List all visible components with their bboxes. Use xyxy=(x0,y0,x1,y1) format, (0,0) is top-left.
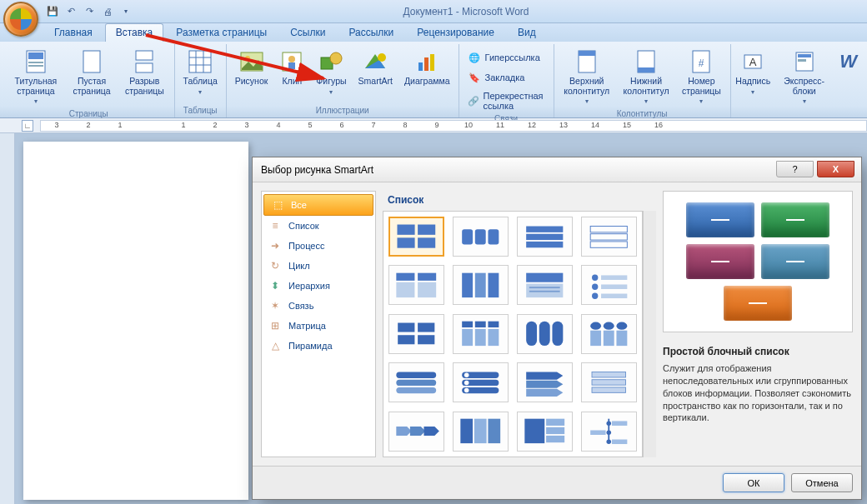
svg-rect-26 xyxy=(638,67,654,72)
smartart-dialog: Выбор рисунка SmartArt ? X ⬚Все ≡Список … xyxy=(252,157,862,500)
dialog-titlebar[interactable]: Выбор рисунка SmartArt ? X xyxy=(253,157,861,182)
ribbon-group-links: 🌐Гиперссылка 🔖Закладка 🔗Перекрестная ссы… xyxy=(459,44,554,117)
tab-view[interactable]: Вид xyxy=(507,23,547,42)
layout-thumb[interactable] xyxy=(453,265,509,305)
document-page[interactable] xyxy=(23,142,248,500)
svg-rect-75 xyxy=(526,322,537,346)
pagenum-button[interactable]: # Номер страницы ▾ xyxy=(678,46,724,107)
layout-thumb[interactable] xyxy=(517,412,573,452)
layout-thumb[interactable] xyxy=(388,217,444,257)
clip-icon xyxy=(281,48,303,75)
svg-point-108 xyxy=(607,440,612,445)
preview-block xyxy=(724,286,792,321)
svg-rect-4 xyxy=(83,51,100,72)
svg-rect-107 xyxy=(590,431,605,436)
svg-rect-35 xyxy=(398,225,415,235)
layout-thumb[interactable] xyxy=(581,362,637,402)
layout-thumb[interactable] xyxy=(517,265,573,305)
clip-button[interactable]: Клип xyxy=(276,46,308,104)
category-pyramid[interactable]: △Пирамида xyxy=(262,336,375,356)
tab-mailings[interactable]: Рассылки xyxy=(338,23,404,42)
wordart-icon: W xyxy=(839,48,857,75)
svg-point-90 xyxy=(464,380,469,385)
svg-rect-22 xyxy=(430,54,434,71)
ribbon-group-illustrations: Рисунок Клип Фигуры ▾ SmartArt Диаграмма… xyxy=(227,44,459,117)
svg-rect-42 xyxy=(526,226,563,232)
svg-rect-67 xyxy=(398,336,414,345)
tab-home[interactable]: Главная xyxy=(43,23,103,42)
layout-thumb[interactable] xyxy=(388,362,444,402)
tab-review[interactable]: Рецензирование xyxy=(406,23,505,42)
cancel-button[interactable]: Отмена xyxy=(791,473,853,492)
quickparts-icon xyxy=(794,48,814,75)
svg-rect-77 xyxy=(553,322,564,346)
category-list[interactable]: ≡Список xyxy=(262,216,375,236)
svg-point-88 xyxy=(464,372,469,377)
textbox-button[interactable]: A Надпись ▾ xyxy=(736,46,770,113)
crossref-button[interactable]: 🔗Перекрестная ссылка xyxy=(464,89,549,112)
window-title: Документ1 - Microsoft Word xyxy=(65,6,867,17)
all-icon: ⬚ xyxy=(271,198,284,212)
layout-thumb[interactable] xyxy=(581,314,637,354)
ribbon-group-headerfooter: Верхний колонтитул ▾ Нижний колонтитул ▾… xyxy=(554,44,731,117)
tab-selector[interactable]: ∟ xyxy=(22,120,33,132)
layout-thumb[interactable] xyxy=(581,412,637,452)
header-button[interactable]: Верхний колонтитул ▾ xyxy=(559,46,614,107)
wordart-button[interactable]: W xyxy=(838,46,859,113)
window-titlebar: 💾 ↶ ↷ 🖨 ▾ Документ1 - Microsoft Word xyxy=(0,0,867,23)
blank-page-button[interactable]: Пустая страница xyxy=(68,46,115,107)
gallery-scrollbar[interactable] xyxy=(643,211,656,457)
layout-thumb[interactable] xyxy=(517,217,573,257)
svg-rect-37 xyxy=(398,238,415,248)
svg-rect-55 xyxy=(526,273,563,282)
category-relationship[interactable]: ✶Связь xyxy=(262,296,375,316)
table-icon xyxy=(188,48,212,75)
category-process[interactable]: ➜Процесс xyxy=(262,236,375,256)
save-icon[interactable]: 💾 xyxy=(47,6,58,17)
shapes-button[interactable]: Фигуры ▾ xyxy=(313,46,349,104)
smartart-button[interactable]: SmartArt xyxy=(355,46,396,104)
dialog-help-button[interactable]: ? xyxy=(776,161,814,177)
category-matrix[interactable]: ⊞Матрица xyxy=(262,316,375,336)
quickparts-button[interactable]: Экспресс-блоки ▾ xyxy=(775,46,833,113)
tab-insert[interactable]: Вставка xyxy=(105,23,164,42)
footer-button[interactable]: Нижний колонтитул ▾ xyxy=(619,46,673,107)
layout-thumb[interactable] xyxy=(453,314,509,354)
table-button[interactable]: Таблица ▾ xyxy=(180,46,221,104)
layout-thumb[interactable] xyxy=(453,217,509,257)
layout-thumb[interactable] xyxy=(388,265,444,305)
ribbon: Титульная страница ▾ Пустая страница Раз… xyxy=(0,42,867,118)
dialog-footer: ОК Отмена xyxy=(253,466,861,499)
preview-block xyxy=(761,244,829,279)
layout-thumb[interactable] xyxy=(388,314,444,354)
hierarchy-icon: ⬍ xyxy=(268,279,282,292)
ok-button[interactable]: ОК xyxy=(723,473,784,492)
svg-rect-85 xyxy=(397,380,437,386)
bookmark-button[interactable]: 🔖Закладка xyxy=(464,69,549,86)
layout-thumb[interactable] xyxy=(517,314,573,354)
chart-button[interactable]: Диаграмма xyxy=(401,46,454,104)
layout-thumb[interactable] xyxy=(453,362,509,402)
category-all[interactable]: ⬚Все xyxy=(263,194,373,216)
layout-thumb[interactable] xyxy=(517,362,573,402)
tab-references[interactable]: Ссылки xyxy=(279,23,336,42)
svg-rect-16 xyxy=(288,62,295,69)
svg-rect-57 xyxy=(529,287,560,288)
layout-thumb[interactable] xyxy=(581,217,637,257)
page-break-button[interactable]: Разрыв страницы xyxy=(120,46,168,107)
office-button[interactable] xyxy=(3,2,38,37)
layout-thumb[interactable] xyxy=(453,412,509,452)
dialog-close-button[interactable]: X xyxy=(817,161,854,177)
tab-pagelayout[interactable]: Разметка страницы xyxy=(165,23,278,42)
svg-text:#: # xyxy=(699,57,704,69)
layout-thumb[interactable] xyxy=(388,412,444,452)
category-cycle[interactable]: ↻Цикл xyxy=(262,256,375,276)
layout-thumb[interactable] xyxy=(581,265,637,305)
svg-rect-65 xyxy=(398,323,414,332)
svg-point-92 xyxy=(464,388,469,393)
svg-rect-6 xyxy=(136,63,153,72)
category-hierarchy[interactable]: ⬍Иерархия xyxy=(262,276,375,296)
cover-page-button[interactable]: Титульная страница ▾ xyxy=(8,46,63,107)
picture-button[interactable]: Рисунок xyxy=(232,46,272,104)
hyperlink-button[interactable]: 🌐Гиперссылка xyxy=(464,49,549,66)
